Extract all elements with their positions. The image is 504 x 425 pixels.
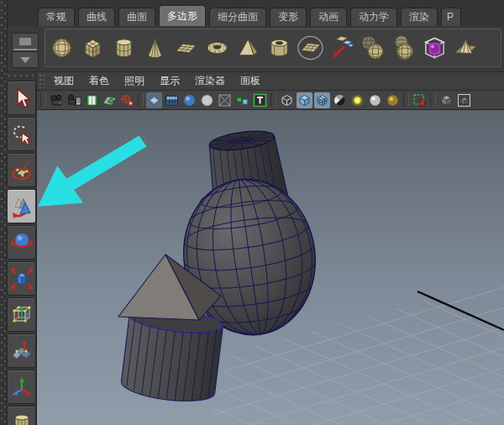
wireframe-cube-icon[interactable] bbox=[279, 92, 295, 108]
move-tool-button[interactable] bbox=[7, 189, 36, 223]
maya-window: 常规 曲线 曲面 多边形 细分曲面 变形 动画 动力学 渲染 P bbox=[0, 0, 504, 425]
soft-modification-icon bbox=[11, 338, 33, 364]
poly-helix-icon[interactable] bbox=[360, 34, 386, 62]
camera-select-icon[interactable] bbox=[49, 92, 65, 108]
poly-cylinder-last-icon bbox=[11, 411, 33, 425]
film-gate-icon[interactable] bbox=[164, 92, 180, 108]
rotate-tool-button[interactable] bbox=[7, 225, 36, 260]
scale-tool-icon bbox=[11, 266, 33, 291]
shelf-menu-button[interactable] bbox=[12, 51, 39, 68]
poly-pipe-icon[interactable] bbox=[266, 34, 292, 62]
checker-sphere-icon[interactable] bbox=[332, 92, 348, 108]
poly-sphere-icon[interactable] bbox=[49, 34, 75, 62]
toolbox-drag-handle[interactable] bbox=[7, 72, 36, 79]
poly-torus-icon[interactable] bbox=[204, 34, 230, 62]
move-tool-icon bbox=[11, 194, 33, 219]
frame-cube-icon[interactable] bbox=[456, 92, 472, 108]
toolbar-separator bbox=[403, 93, 409, 107]
poly-prism-icon[interactable] bbox=[453, 34, 479, 62]
shelf-item-row bbox=[45, 29, 501, 67]
shelf-controls bbox=[12, 33, 39, 70]
menu-lighting[interactable]: 照明 bbox=[117, 72, 152, 90]
tab-curves[interactable]: 曲线 bbox=[78, 8, 115, 26]
menu-view[interactable]: 视图 bbox=[46, 72, 81, 90]
viewport-canvas[interactable] bbox=[37, 110, 504, 425]
paint-select-icon bbox=[11, 158, 33, 183]
smooth-shade-sphere-icon[interactable] bbox=[181, 92, 197, 108]
texture-t-icon[interactable] bbox=[252, 92, 268, 108]
tab-general[interactable]: 常规 bbox=[38, 8, 75, 26]
shaded-mode-icon[interactable] bbox=[146, 92, 162, 108]
select-arrow-icon bbox=[11, 86, 33, 111]
toolbar-separator bbox=[138, 93, 144, 107]
toolbar-separator bbox=[430, 93, 436, 107]
grid-plane-icon[interactable] bbox=[102, 92, 118, 108]
menu-panels[interactable]: 面板 bbox=[233, 72, 268, 90]
tab-deform[interactable]: 变形 bbox=[270, 8, 307, 26]
select-tool-button[interactable] bbox=[7, 81, 36, 115]
gold-material-icon[interactable] bbox=[385, 92, 401, 108]
perspective-viewport-panel: 视图 着色 照明 显示 渲染器 面板 bbox=[37, 72, 504, 425]
universal-manipulator-icon bbox=[11, 302, 33, 328]
tab-surfaces[interactable]: 曲面 bbox=[118, 8, 155, 26]
rotate-tool-icon bbox=[11, 230, 33, 255]
poly-cone-icon[interactable] bbox=[142, 34, 168, 62]
lasso-icon bbox=[11, 122, 33, 147]
shaded-cube-icon[interactable] bbox=[297, 92, 312, 108]
menubar-drag-handle[interactable] bbox=[39, 74, 45, 88]
shelf-tab-menu-button[interactable] bbox=[12, 33, 39, 50]
bookmark-icon[interactable] bbox=[84, 92, 100, 108]
textured-cube-icon[interactable] bbox=[314, 92, 330, 108]
tab-overflow[interactable]: P bbox=[441, 8, 461, 26]
tab-animation[interactable]: 动画 bbox=[310, 8, 347, 26]
isolate-select-icon[interactable] bbox=[119, 92, 135, 108]
light-glow-icon[interactable] bbox=[349, 92, 365, 108]
create-polygon-icon[interactable] bbox=[328, 34, 354, 62]
toolbox bbox=[7, 72, 37, 425]
universal-manipulator-tool-button[interactable] bbox=[7, 297, 36, 332]
poly-cube-icon[interactable] bbox=[80, 34, 106, 62]
polygons-shelf bbox=[8, 26, 504, 72]
poly-cylinder-icon[interactable] bbox=[111, 34, 137, 62]
last-tool-poly-cylinder-button[interactable] bbox=[7, 406, 36, 425]
viewport-menubar: 视图 着色 照明 显示 渲染器 面板 bbox=[37, 72, 504, 91]
lasso-select-tool-button[interactable] bbox=[7, 117, 36, 151]
menu-shading[interactable]: 着色 bbox=[81, 72, 117, 90]
default-material-icon[interactable] bbox=[367, 92, 383, 108]
tab-polygons[interactable]: 多边形 bbox=[159, 5, 206, 26]
menu-renderer[interactable]: 渲染器 bbox=[187, 72, 233, 90]
viewport-toolbar bbox=[37, 91, 504, 110]
flat-shade-sphere-icon[interactable] bbox=[199, 92, 215, 108]
no-shade-icon[interactable] bbox=[217, 92, 233, 108]
poly-soccer-ball-icon[interactable] bbox=[391, 34, 417, 62]
super-shape-icon[interactable] bbox=[422, 34, 448, 62]
poly-platonic-solid-icon[interactable] bbox=[297, 34, 323, 62]
tab-rendering[interactable]: 渲染 bbox=[401, 8, 438, 26]
show-manipulator-tool-button[interactable] bbox=[7, 370, 36, 404]
toolbar-separator bbox=[270, 93, 276, 107]
menu-show[interactable]: 显示 bbox=[152, 72, 187, 90]
two-dots-icon[interactable] bbox=[234, 92, 250, 108]
selection-box-icon[interactable] bbox=[412, 92, 428, 108]
poly-pyramid-icon[interactable] bbox=[235, 34, 261, 62]
show-manipulator-icon bbox=[11, 375, 33, 400]
shelf-tab-bar: 常规 曲线 曲面 多边形 细分曲面 变形 动画 动力学 渲染 P bbox=[8, 0, 504, 26]
tab-subdivs[interactable]: 细分曲面 bbox=[209, 8, 266, 26]
soft-modification-tool-button[interactable] bbox=[7, 333, 36, 368]
toolbar-separator bbox=[40, 93, 46, 107]
poly-plane-icon[interactable] bbox=[173, 34, 199, 62]
scale-tool-button[interactable] bbox=[7, 261, 36, 296]
camera-attributes-icon[interactable] bbox=[66, 92, 82, 108]
paint-selection-tool-button[interactable] bbox=[7, 153, 36, 187]
cube-display-icon[interactable] bbox=[438, 92, 454, 108]
tab-dynamics[interactable]: 动力学 bbox=[350, 8, 397, 26]
